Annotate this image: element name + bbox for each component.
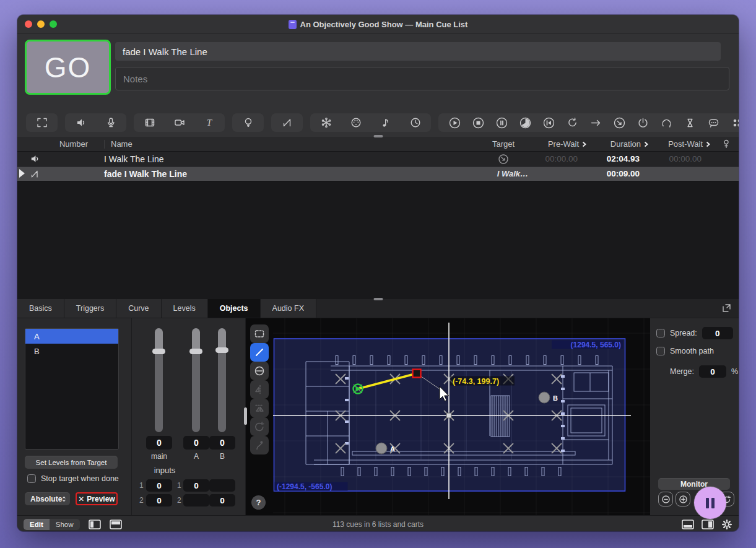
wait-cue-icon[interactable] bbox=[684, 116, 697, 129]
input-1-b-field[interactable] bbox=[209, 479, 235, 492]
light-cue-icon[interactable] bbox=[241, 116, 254, 129]
path-curve-tool[interactable] bbox=[250, 436, 269, 454]
fader-a[interactable] bbox=[192, 328, 200, 432]
flip-vertical-tool[interactable] bbox=[250, 380, 269, 399]
tab-triggers[interactable]: Triggers bbox=[64, 299, 116, 318]
path-end-node[interactable] bbox=[413, 370, 421, 378]
stop-cue-icon[interactable] bbox=[472, 116, 485, 129]
mode-dropdown[interactable]: Absolute bbox=[25, 492, 70, 505]
main-fader[interactable] bbox=[155, 328, 163, 432]
object-item-a[interactable]: A bbox=[25, 329, 118, 344]
fader-handle[interactable] bbox=[215, 347, 228, 353]
midi-file-cue-icon[interactable] bbox=[379, 116, 392, 129]
zoom-in-button[interactable] bbox=[676, 492, 690, 507]
text-cue-icon[interactable]: T bbox=[202, 116, 215, 129]
devamp-cue-icon[interactable] bbox=[613, 116, 626, 129]
zoom-window-button[interactable] bbox=[50, 20, 57, 28]
column-duration[interactable]: Duration bbox=[590, 139, 652, 149]
cue-name: I Walk The Line bbox=[95, 154, 476, 164]
set-levels-from-target-button[interactable]: Set Levels from Target bbox=[25, 456, 118, 469]
fader-handle[interactable] bbox=[189, 349, 202, 354]
object-dot-b[interactable] bbox=[539, 392, 550, 403]
flip-horizontal-tool[interactable] bbox=[250, 399, 269, 417]
input-2-b-field[interactable]: 0 bbox=[209, 494, 235, 507]
audio-cue-icon[interactable] bbox=[74, 116, 87, 129]
pane-resize-handle[interactable] bbox=[244, 407, 247, 425]
cuelist-bottom-drag-handle[interactable] bbox=[373, 298, 383, 300]
tab-curve[interactable]: Curve bbox=[116, 299, 161, 318]
object-item-b[interactable]: B bbox=[25, 344, 118, 359]
reset-cue-icon[interactable] bbox=[542, 116, 555, 129]
cue-row-audio[interactable]: I Walk The Line 00:00.00 02:04.93 00:00.… bbox=[17, 152, 739, 167]
input-2-a-field[interactable] bbox=[183, 494, 209, 507]
camera-cue-icon[interactable] bbox=[173, 116, 186, 129]
erase-tool[interactable] bbox=[250, 362, 269, 380]
tab-audio-fx[interactable]: Audio FX bbox=[261, 299, 316, 318]
toggle-top-panel-icon[interactable] bbox=[110, 520, 122, 529]
tab-basics[interactable]: Basics bbox=[17, 299, 64, 318]
minimize-window-button[interactable] bbox=[37, 20, 45, 28]
input-1-a-field[interactable]: 0 bbox=[183, 479, 209, 492]
video-cue-icon[interactable] bbox=[143, 116, 156, 129]
timecode-cue-icon[interactable] bbox=[409, 116, 422, 129]
column-number[interactable]: Number bbox=[52, 139, 95, 149]
main-level-field[interactable]: 0 bbox=[146, 436, 172, 450]
start-cue-icon[interactable] bbox=[448, 116, 461, 129]
network-cue-icon[interactable] bbox=[319, 116, 332, 129]
cart-cue-icon[interactable] bbox=[731, 116, 739, 129]
marquee-select-tool[interactable] bbox=[250, 324, 269, 343]
column-target[interactable]: Target bbox=[476, 139, 531, 149]
fader-b[interactable] bbox=[218, 328, 226, 432]
fader-handle[interactable] bbox=[152, 349, 165, 354]
pause-cue-icon[interactable] bbox=[495, 116, 508, 129]
load-cue-icon[interactable] bbox=[519, 116, 532, 129]
a-level-field[interactable]: 0 bbox=[183, 436, 209, 450]
expand-icon[interactable] bbox=[35, 116, 48, 129]
merge-field[interactable]: 0 bbox=[699, 365, 726, 378]
toolbar-group-video: T bbox=[134, 113, 225, 132]
help-button[interactable]: ? bbox=[251, 495, 266, 510]
column-name[interactable]: Name bbox=[95, 139, 476, 149]
input-2-main-field[interactable]: 0 bbox=[146, 494, 172, 507]
object-dot-a[interactable] bbox=[376, 443, 387, 454]
column-hotkey-pin-icon[interactable] bbox=[714, 139, 739, 149]
notes-field[interactable] bbox=[115, 67, 729, 90]
draw-path-tool[interactable] bbox=[250, 343, 269, 362]
fade-cue-icon[interactable] bbox=[280, 116, 293, 129]
mic-cue-icon[interactable] bbox=[104, 116, 117, 129]
midi-cue-icon[interactable] bbox=[349, 116, 362, 129]
reload-cue-icon[interactable] bbox=[566, 116, 579, 129]
cue-pre-wait: 00:00.00 bbox=[531, 154, 590, 163]
arm-cue-icon[interactable] bbox=[660, 116, 673, 129]
tab-objects[interactable]: Objects bbox=[208, 299, 261, 318]
show-mode-button[interactable]: Show bbox=[50, 519, 80, 530]
b-level-field[interactable]: 0 bbox=[209, 436, 235, 450]
objects-map-canvas[interactable]: A B (1294.5, 565.0) (-1294.5, -565.0) bbox=[273, 318, 650, 515]
stop-target-checkbox[interactable] bbox=[27, 474, 36, 483]
toggle-bottom-panel-icon[interactable] bbox=[682, 520, 694, 529]
tab-levels[interactable]: Levels bbox=[162, 299, 208, 318]
cue-name-field[interactable] bbox=[115, 42, 721, 61]
toggle-right-panel-icon[interactable] bbox=[702, 520, 714, 529]
cuelist-top-drag-handle[interactable] bbox=[373, 135, 383, 137]
input-1-main-field[interactable]: 0 bbox=[146, 479, 172, 492]
toggle-left-panel-icon[interactable] bbox=[89, 520, 101, 529]
popout-window-icon[interactable] bbox=[722, 303, 731, 315]
preview-button[interactable]: ✕ Preview bbox=[76, 492, 118, 505]
rotate-tool[interactable] bbox=[250, 417, 269, 436]
close-window-button[interactable] bbox=[25, 20, 32, 28]
zoom-out-button[interactable] bbox=[658, 492, 673, 507]
smooth-path-checkbox[interactable] bbox=[656, 347, 665, 355]
spread-field[interactable]: 0 bbox=[702, 327, 733, 339]
column-post-wait[interactable]: Post-Wait bbox=[652, 139, 714, 149]
column-pre-wait[interactable]: Pre-Wait bbox=[531, 139, 590, 149]
edit-mode-button[interactable]: Edit bbox=[24, 519, 50, 530]
cue-row-fade-selected[interactable]: fade I Walk The Line I Walk… 00:09.00 bbox=[17, 167, 739, 181]
gear-icon[interactable] bbox=[721, 519, 732, 530]
go-button[interactable]: GO bbox=[25, 40, 111, 95]
monitor-button[interactable]: Monitor bbox=[658, 478, 730, 490]
goto-cue-icon[interactable] bbox=[589, 116, 602, 129]
power-cue-icon[interactable] bbox=[637, 116, 650, 129]
memo-cue-icon[interactable] bbox=[707, 116, 720, 129]
spread-checkbox[interactable] bbox=[656, 329, 665, 337]
